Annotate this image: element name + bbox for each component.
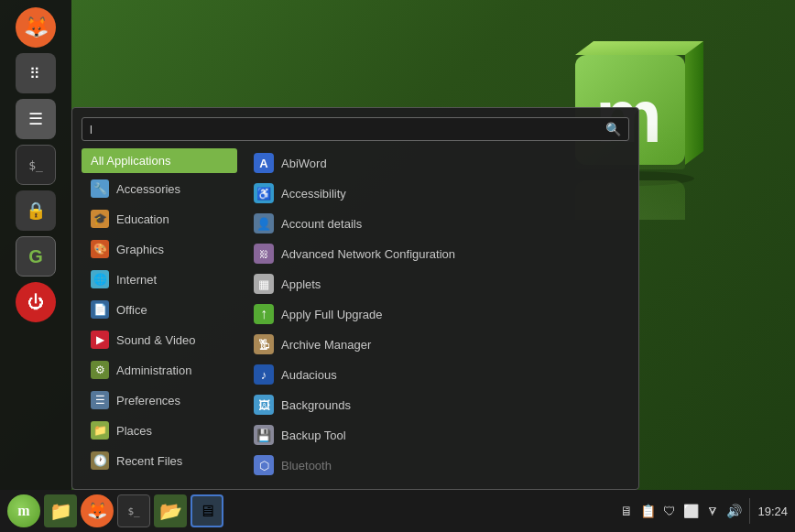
all-applications-label: All Applications bbox=[91, 154, 170, 168]
places-label: Places bbox=[116, 424, 152, 438]
app-archive-manager[interactable]: 🗜 Archive Manager bbox=[246, 330, 629, 359]
advanced-network-label: Advanced Network Configuration bbox=[281, 247, 455, 261]
desktop: m 🦊 ⠿ ☰ $_ 🔒 G bbox=[0, 0, 795, 532]
category-list: All Applications 🔧 Accessories 🎓 Educati… bbox=[82, 148, 237, 480]
administration-label: Administration bbox=[116, 364, 191, 377]
advanced-network-icon: ⛓ bbox=[254, 244, 274, 264]
terminal-panel-icon[interactable]: $_ bbox=[16, 145, 56, 185]
category-sound-video[interactable]: ▶ Sound & Video bbox=[82, 325, 237, 354]
recent-files-icon: 🕐 bbox=[91, 451, 109, 470]
category-graphics[interactable]: 🎨 Graphics bbox=[82, 234, 237, 264]
g-panel-icon[interactable]: G bbox=[16, 236, 56, 277]
search-input[interactable] bbox=[90, 123, 600, 136]
svg-marker-1 bbox=[685, 41, 703, 165]
screen-tray-icon[interactable]: ⬜ bbox=[683, 504, 699, 518]
bluetooth-label: Bluetooth bbox=[281, 459, 332, 472]
category-office[interactable]: 📄 Office bbox=[82, 295, 237, 324]
lock-panel-icon[interactable]: 🔒 bbox=[16, 190, 56, 231]
sound-video-icon: ▶ bbox=[91, 331, 109, 349]
power-panel-icon[interactable]: ⏻ bbox=[16, 282, 56, 322]
backgrounds-icon: 🖼 bbox=[254, 395, 274, 415]
administration-icon: ⚙ bbox=[91, 361, 109, 379]
taskbar-right: 🖥 📋 🛡 ⬜ ⛛ 🔊 19:24 bbox=[620, 498, 788, 524]
search-bar: 🔍 bbox=[82, 117, 629, 141]
preferences-label: Preferences bbox=[116, 394, 180, 407]
display-tray-icon[interactable]: 🖥 bbox=[620, 504, 633, 518]
app-audacious[interactable]: ♪ Audacious bbox=[246, 360, 629, 389]
tray-icons: 🖥 📋 🛡 ⬜ ⛛ 🔊 bbox=[620, 504, 742, 518]
accessibility-label: Accessibility bbox=[281, 187, 346, 201]
app-backgrounds[interactable]: 🖼 Backgrounds bbox=[246, 390, 629, 419]
search-icon: 🔍 bbox=[605, 122, 621, 136]
app-menu: 🔍 All Applications 🔧 Accessories 🎓 Educa… bbox=[71, 107, 639, 490]
accessibility-icon: ♿ bbox=[254, 183, 274, 203]
category-preferences[interactable]: ☰ Preferences bbox=[82, 385, 237, 415]
app-advanced-network[interactable]: ⛓ Advanced Network Configuration bbox=[246, 239, 629, 268]
account-details-icon: 👤 bbox=[254, 213, 274, 233]
abiword-label: AbiWord bbox=[281, 157, 327, 170]
apply-upgrade-label: Apply Full Upgrade bbox=[281, 308, 383, 321]
archive-manager-label: Archive Manager bbox=[281, 338, 371, 352]
volume-tray-icon[interactable]: 🔊 bbox=[726, 504, 742, 518]
graphics-label: Graphics bbox=[116, 243, 164, 256]
category-education[interactable]: 🎓 Education bbox=[82, 204, 237, 233]
preferences-icon: ☰ bbox=[91, 391, 109, 409]
terminal-taskbar-icon[interactable]: $_ bbox=[117, 494, 150, 527]
firefox-panel-icon[interactable]: 🦊 bbox=[16, 7, 56, 48]
archive-manager-icon: 🗜 bbox=[254, 334, 274, 354]
clock: 19:24 bbox=[757, 505, 788, 518]
category-accessories[interactable]: 🔧 Accessories bbox=[82, 174, 237, 203]
settings-taskbar-icon[interactable]: 🖥 bbox=[191, 494, 223, 527]
internet-label: Internet bbox=[116, 273, 157, 287]
apps-grid-panel-icon[interactable]: ⠿ bbox=[16, 53, 56, 93]
places-icon: 📁 bbox=[91, 421, 109, 440]
app-applets[interactable]: ▦ Applets bbox=[246, 269, 629, 299]
category-administration[interactable]: ⚙ Administration bbox=[82, 355, 237, 385]
accessories-label: Accessories bbox=[116, 182, 180, 196]
mint-start-button[interactable]: m bbox=[7, 494, 40, 527]
taskbar: m 📁 🦊 $_ 📂 🖥 🖥 bbox=[0, 490, 795, 532]
app-backup-tool[interactable]: 💾 Backup Tool bbox=[246, 420, 629, 450]
internet-icon: 🌐 bbox=[91, 270, 109, 288]
app-bluetooth[interactable]: ⬡ Bluetooth bbox=[246, 451, 629, 480]
system-panel-icon[interactable]: ☰ bbox=[16, 99, 56, 139]
clipboard-tray-icon[interactable]: 📋 bbox=[640, 504, 656, 518]
abiword-icon: A bbox=[254, 153, 274, 173]
app-accessibility[interactable]: ♿ Accessibility bbox=[246, 179, 629, 208]
recent-files-label: Recent Files bbox=[116, 454, 182, 468]
backup-tool-label: Backup Tool bbox=[281, 429, 346, 442]
backup-tool-icon: 💾 bbox=[254, 425, 274, 445]
accessories-icon: 🔧 bbox=[91, 179, 109, 198]
app-apply-full-upgrade[interactable]: ↑ Apply Full Upgrade bbox=[246, 299, 629, 329]
category-recent-files[interactable]: 🕐 Recent Files bbox=[82, 446, 237, 475]
applets-icon: ▦ bbox=[254, 274, 274, 294]
shield-tray-icon[interactable]: 🛡 bbox=[663, 504, 676, 518]
left-panel: 🦊 ⠿ ☰ $_ 🔒 G ⏻ bbox=[0, 0, 71, 490]
category-internet[interactable]: 🌐 Internet bbox=[82, 265, 237, 294]
category-all-applications[interactable]: All Applications bbox=[82, 148, 237, 173]
svg-marker-2 bbox=[575, 41, 703, 55]
graphics-icon: 🎨 bbox=[91, 240, 109, 258]
category-places[interactable]: 📁 Places bbox=[82, 416, 237, 445]
taskbar-left: m 📁 🦊 $_ 📂 🖥 bbox=[7, 494, 223, 527]
audacious-icon: ♪ bbox=[254, 364, 274, 385]
apps-list: A AbiWord ♿ Accessibility 👤 Account deta… bbox=[237, 148, 629, 480]
files-taskbar-icon[interactable]: 📁 bbox=[44, 494, 77, 527]
tray-divider bbox=[749, 498, 750, 524]
backgrounds-label: Backgrounds bbox=[281, 398, 351, 412]
audacious-label: Audacious bbox=[281, 368, 337, 382]
app-abiword[interactable]: A AbiWord bbox=[246, 148, 629, 178]
office-icon: 📄 bbox=[91, 300, 109, 319]
sound-video-label: Sound & Video bbox=[116, 333, 196, 347]
bluetooth-icon: ⬡ bbox=[254, 455, 274, 475]
office-label: Office bbox=[116, 303, 147, 317]
menu-body: All Applications 🔧 Accessories 🎓 Educati… bbox=[82, 148, 629, 480]
app-account-details[interactable]: 👤 Account details bbox=[246, 209, 629, 238]
applets-label: Applets bbox=[281, 277, 321, 291]
account-details-label: Account details bbox=[281, 217, 362, 231]
firefox-taskbar-icon[interactable]: 🦊 bbox=[81, 494, 114, 527]
apply-upgrade-icon: ↑ bbox=[254, 304, 274, 324]
filemanager-taskbar-icon[interactable]: 📂 bbox=[154, 494, 187, 527]
network-tray-icon[interactable]: ⛛ bbox=[706, 504, 719, 518]
education-label: Education bbox=[116, 212, 169, 226]
